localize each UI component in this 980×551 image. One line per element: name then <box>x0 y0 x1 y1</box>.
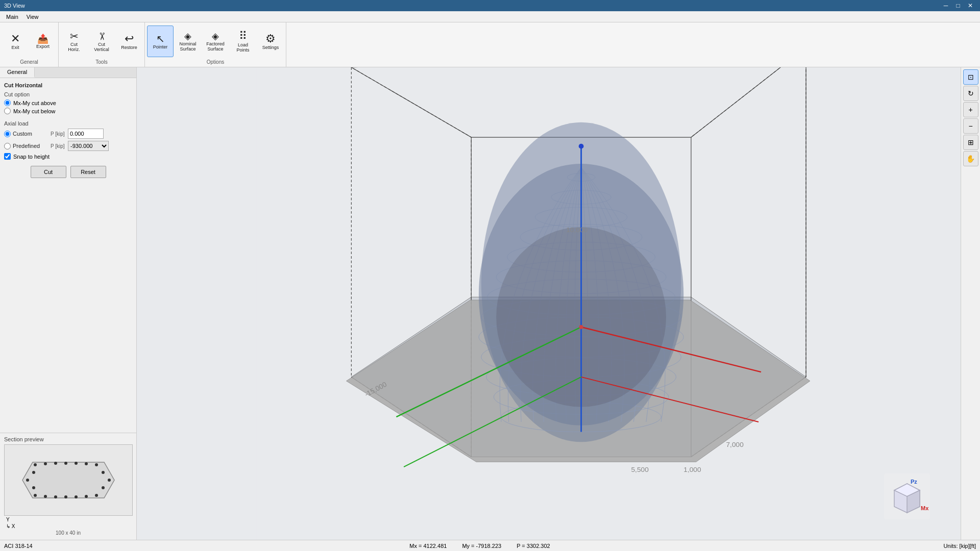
nominal-surface-label: NominalSurface <box>179 42 196 52</box>
svg-point-12 <box>54 495 57 498</box>
cut-below-row: Mx-My cut below <box>4 108 132 114</box>
coordinate-compass: Pz Mx <box>884 473 930 519</box>
tools-group-label: Tools <box>61 58 142 65</box>
rotate-button[interactable]: ↻ <box>963 86 978 101</box>
settings-button[interactable]: ⚙ Settings <box>257 26 284 57</box>
settings-icon: ⚙ <box>265 33 276 44</box>
tools-buttons: ✂ CutHoriz. ✂ CutVertical ↩ Restore <box>61 24 142 58</box>
load-points-label: LoadPoints <box>236 43 249 53</box>
maximize-button[interactable]: □ <box>952 0 964 11</box>
section-preview-label: Section preview <box>4 436 132 442</box>
zoom-out-button[interactable]: − <box>963 118 978 134</box>
predefined-select[interactable]: -930.000 <box>68 141 109 151</box>
svg-point-15 <box>85 495 88 498</box>
svg-point-16 <box>95 494 98 497</box>
view-area[interactable]: 10,000 -15,000 5,500 7,000 1,000 Pz Mx <box>137 67 961 540</box>
svg-point-17 <box>32 471 35 474</box>
factored-surface-label: FactoredSurface <box>206 42 225 52</box>
svg-point-3 <box>44 462 47 465</box>
options-buttons: ↖ Pointer ◈ NominalSurface ◈ FactoredSur… <box>147 24 284 58</box>
cut-vertical-button[interactable]: ✂ CutVertical <box>88 26 115 57</box>
status-p: P = 3302.302 <box>517 543 550 549</box>
action-buttons: Cut Reset <box>4 166 132 178</box>
svg-point-2 <box>34 463 37 466</box>
svg-text:5,500: 5,500 <box>631 466 649 473</box>
cut-option-section: Cut option Mx-My cut above Mx-My cut bel… <box>4 91 132 114</box>
axis-labels: Y <box>4 516 132 523</box>
restore-label: Restore <box>121 45 137 51</box>
xy-arrow: ↳ X <box>6 523 15 529</box>
reset-button[interactable]: Reset <box>70 166 106 178</box>
load-points-button[interactable]: ⠿ LoadPoints <box>230 26 256 57</box>
svg-point-14 <box>75 495 78 498</box>
svg-point-9 <box>108 479 111 482</box>
restore-icon: ↩ <box>125 33 134 44</box>
predefined-row: Predefined P [kip] -930.000 <box>4 141 132 151</box>
left-panel: General Cut Horizontal Cut option Mx-My … <box>0 67 137 540</box>
axial-load-section: Axial load Custom P [kip] Predefined P [… <box>4 120 132 160</box>
svg-point-53 <box>579 325 583 329</box>
cut-horizontal-title: Cut Horizontal <box>4 82 132 88</box>
general-group-label: general <box>2 58 56 65</box>
toolbar-group-options: ↖ Pointer ◈ NominalSurface ◈ FactoredSur… <box>145 22 286 67</box>
cut-above-radio[interactable] <box>4 99 11 106</box>
cut-above-label: Mx-My cut above <box>13 100 56 106</box>
3d-view-svg: 10,000 -15,000 5,500 7,000 1,000 <box>137 67 961 540</box>
svg-point-7 <box>85 462 88 465</box>
y-axis-label: Y <box>6 517 10 522</box>
export-button[interactable]: 📤 Export <box>30 26 56 57</box>
zoom-fit-button[interactable]: ⊞ <box>963 135 978 150</box>
cut-horiz-button[interactable]: ✂ CutHoriz. <box>61 26 87 57</box>
svg-text:1,000: 1,000 <box>683 466 701 473</box>
view-home-button[interactable]: ⊡ <box>963 69 978 85</box>
svg-point-5 <box>64 462 67 465</box>
pointer-button[interactable]: ↖ Pointer <box>147 26 174 57</box>
factored-surface-button[interactable]: ◈ FactoredSurface <box>202 26 229 57</box>
svg-point-1 <box>26 479 29 482</box>
right-toolbar: ⊡ ↻ + − ⊞ ✋ <box>961 67 980 540</box>
custom-radio[interactable] <box>4 131 11 137</box>
predefined-radio[interactable] <box>4 143 11 149</box>
custom-label: Custom <box>13 131 48 137</box>
svg-point-48 <box>579 144 584 149</box>
custom-value-input[interactable] <box>68 129 104 139</box>
menu-view[interactable]: View <box>22 13 43 21</box>
snap-label: Snap to height <box>13 154 50 160</box>
status-bar: ACI 318-14 Mx = 4122.481 My = -7918.223 … <box>0 540 980 551</box>
status-standard: ACI 318-14 <box>4 543 45 549</box>
exit-label: Exit <box>11 45 19 51</box>
close-button[interactable]: ✕ <box>965 0 976 11</box>
cut-button[interactable]: Cut <box>31 166 66 178</box>
exit-button[interactable]: ✕ Exit <box>2 26 29 57</box>
svg-point-4 <box>54 462 57 465</box>
section-preview-area: Section preview <box>0 433 136 540</box>
cut-horiz-label: CutHoriz. <box>68 42 80 53</box>
load-points-icon: ⠿ <box>239 31 247 42</box>
pointer-label: Pointer <box>153 45 168 50</box>
pan-button[interactable]: ✋ <box>963 151 978 166</box>
cut-below-radio[interactable] <box>4 108 11 114</box>
predefined-unit: P [kip] <box>51 143 66 149</box>
svg-point-13 <box>64 495 67 498</box>
xy-axis: ↳ X <box>4 523 132 529</box>
minimize-button[interactable]: ─ <box>940 0 951 11</box>
general-buttons: ✕ Exit 📤 Export <box>2 24 56 58</box>
cut-vertical-icon: ✂ <box>96 32 107 41</box>
nominal-surface-button[interactable]: ◈ NominalSurface <box>175 26 201 57</box>
restore-button[interactable]: ↩ Restore <box>116 26 142 57</box>
svg-point-18 <box>32 486 35 489</box>
snap-row: Snap to height <box>4 153 132 160</box>
window-title: 3D View <box>4 3 25 9</box>
status-mx: Mx = 4122.481 <box>409 543 447 549</box>
zoom-in-button[interactable]: + <box>963 102 978 117</box>
menu-main[interactable]: Main <box>2 13 22 21</box>
section-shape-svg <box>7 447 130 513</box>
snap-checkbox[interactable] <box>4 153 11 160</box>
tab-general[interactable]: General <box>0 67 35 78</box>
cut-below-label: Mx-My cut below <box>13 108 56 114</box>
pointer-icon: ↖ <box>156 34 165 44</box>
svg-point-10 <box>34 494 37 497</box>
panel-content: Cut Horizontal Cut option Mx-My cut abov… <box>0 78 136 433</box>
exit-icon: ✕ <box>11 33 20 44</box>
svg-point-20 <box>102 486 105 489</box>
